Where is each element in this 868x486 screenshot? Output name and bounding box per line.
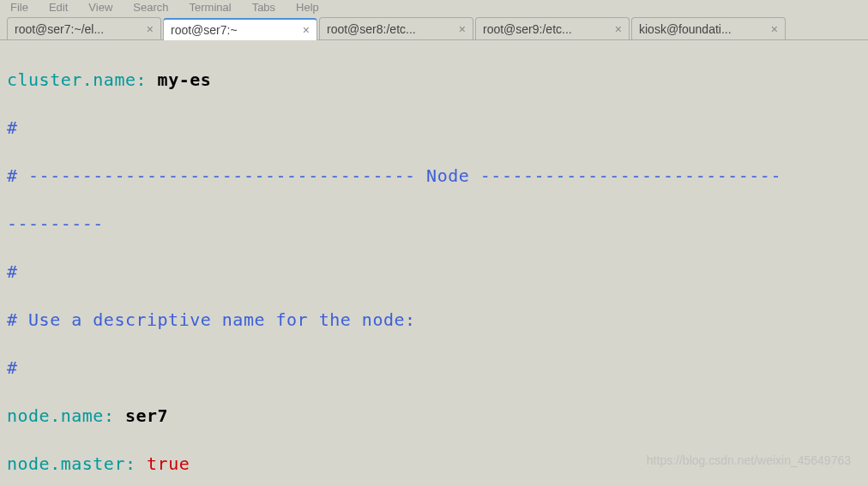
- menu-tabs[interactable]: Tabs: [252, 1, 275, 14]
- close-icon[interactable]: ×: [459, 22, 466, 36]
- close-icon[interactable]: ×: [147, 22, 154, 36]
- tab-label: root@ser8:/etc...: [327, 22, 416, 36]
- tab-3[interactable]: root@ser9:/etc... ×: [475, 17, 630, 39]
- tab-bar: root@ser7:~/el... × root@ser7:~ × root@s…: [0, 14, 868, 40]
- menu-search[interactable]: Search: [133, 1, 168, 14]
- config-line: cluster.name: my-es: [7, 68, 861, 92]
- menu-edit[interactable]: Edit: [49, 1, 68, 14]
- yaml-key: cluster.name: [7, 69, 136, 90]
- comment-line: # Use a descriptive name for the node:: [7, 308, 861, 332]
- yaml-key: node.master: [7, 453, 125, 474]
- comment-line: #: [7, 356, 861, 380]
- config-line: node.name: ser7: [7, 404, 861, 428]
- watermark: https://blog.csdn.net/weixin_45649763: [647, 453, 851, 467]
- section-header-node: # ------------------------------------ N…: [7, 164, 861, 188]
- yaml-value: my-es: [158, 69, 212, 90]
- tab-label: kiosk@foundati...: [639, 22, 732, 36]
- comment-line: #: [7, 116, 861, 140]
- menu-terminal[interactable]: Terminal: [190, 1, 232, 14]
- yaml-value: ser7: [125, 405, 168, 426]
- comment-line: #: [7, 260, 861, 284]
- close-icon[interactable]: ×: [615, 22, 622, 36]
- menu-view[interactable]: View: [88, 1, 112, 14]
- terminal-content[interactable]: cluster.name: my-es # # ----------------…: [0, 40, 868, 486]
- menu-file[interactable]: File: [10, 1, 28, 14]
- tab-label: root@ser7:~/el...: [15, 22, 104, 36]
- close-icon[interactable]: ×: [771, 22, 778, 36]
- tab-label: root@ser7:~: [171, 23, 238, 37]
- tab-2[interactable]: root@ser8:/etc... ×: [319, 17, 473, 39]
- tab-label: root@ser9:/etc...: [483, 22, 572, 36]
- yaml-value: true: [147, 453, 190, 474]
- comment-line: ---------: [7, 212, 861, 236]
- yaml-key: node.name: [7, 405, 104, 426]
- tab-1[interactable]: root@ser7:~ ×: [163, 18, 317, 40]
- menu-help[interactable]: Help: [296, 1, 319, 14]
- tab-4[interactable]: kiosk@foundati... ×: [631, 17, 786, 39]
- close-icon[interactable]: ×: [303, 23, 310, 37]
- menu-bar: File Edit View Search Terminal Tabs Help: [0, 0, 868, 14]
- tab-0[interactable]: root@ser7:~/el... ×: [7, 17, 161, 39]
